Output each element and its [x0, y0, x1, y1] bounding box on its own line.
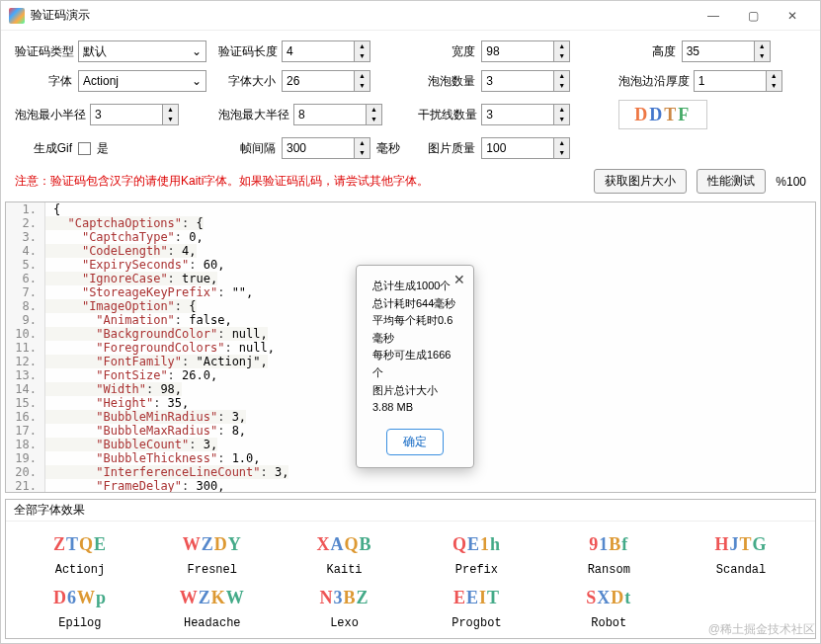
font-name-label: Prefix — [415, 563, 539, 577]
font-sample: 91Bf — [546, 529, 671, 559]
font-sample: XAQB — [283, 529, 407, 559]
label-font: 字体 — [15, 73, 72, 90]
code-line: 21. "FrameDelay": 300, — [6, 479, 815, 493]
label-code-length: 验证码长度 — [218, 43, 276, 60]
dialog-message: 总计生成1000个总计耗时644毫秒平均每个耗时0.6毫秒每秒可生成1666个图… — [372, 278, 457, 417]
label-ms: 毫秒 — [376, 140, 400, 157]
captcha-preview: DDTF — [618, 100, 707, 129]
chevron-down-icon: ⌄ — [192, 74, 202, 88]
font-sample: D6Wp — [18, 583, 142, 612]
warning-text: 注意：验证码包含汉字的请使用Kaiti字体。如果验证码乱码，请尝试其他字体。 — [15, 173, 584, 190]
font-cell[interactable]: WZDYFresnel — [150, 529, 275, 577]
bubble-thickness-spin[interactable]: 1▲▼ — [694, 70, 782, 92]
label-width: 宽度 — [418, 43, 475, 60]
font-cell[interactable]: N3BZLexo — [283, 583, 407, 630]
font-sample: SXDt — [546, 583, 671, 612]
label-quality: 图片质量 — [418, 140, 475, 157]
label-yes: 是 — [97, 140, 109, 157]
close-icon[interactable]: ✕ — [773, 2, 812, 30]
font-cell[interactable]: HJTGScandal — [679, 529, 803, 577]
font-sample: N3BZ — [283, 583, 407, 612]
result-dialog: ✕ 总计生成1000个总计耗时644毫秒平均每个耗时0.6毫秒每秒可生成1666… — [356, 265, 474, 468]
gif-checkbox[interactable] — [78, 142, 91, 155]
font-sample: HJTG — [679, 529, 803, 559]
chevron-down-icon: ⌄ — [192, 44, 202, 58]
font-cell[interactable]: WZKWHeadache — [150, 583, 275, 630]
label-height: 高度 — [618, 43, 676, 60]
label-bubble-max: 泡泡最大半径 — [218, 107, 287, 123]
font-name-label: Actionj — [18, 563, 142, 577]
code-line: 3. "CaptchaType": 0, — [6, 230, 815, 244]
font-sample: EEIT — [415, 583, 539, 612]
titlebar: 验证码演示 — ▢ ✕ — [1, 1, 820, 31]
font-name-label: Progbot — [415, 616, 539, 630]
font-name-label: Epilog — [18, 616, 142, 630]
bubble-max-spin[interactable]: 8▲▼ — [293, 104, 382, 125]
label-frame-delay: 帧间隔 — [218, 140, 276, 157]
code-line: 4. "CodeLength": 4, — [6, 244, 815, 258]
label-gif: 生成Gif — [15, 140, 72, 157]
fonts-block: 全部字体效果 ZTQEActionjWZDYFresnelXAQBKaitiQE… — [5, 499, 816, 639]
interfere-spin[interactable]: 3▲▼ — [481, 104, 570, 125]
label-captcha-type: 验证码类型 — [15, 43, 72, 60]
perf-test-button[interactable]: 性能测试 — [697, 169, 766, 194]
font-cell[interactable]: XAQBKaiti — [283, 529, 407, 577]
maximize-icon[interactable]: ▢ — [733, 2, 773, 30]
font-name-label: Robot — [546, 616, 671, 630]
font-name-label: Scandal — [679, 563, 803, 577]
font-name-label: Fresnel — [150, 563, 275, 577]
font-size-spin[interactable]: 26▲▼ — [282, 70, 370, 92]
width-spin[interactable]: 98▲▼ — [481, 40, 570, 62]
minimize-icon[interactable]: — — [694, 2, 733, 30]
font-combo[interactable]: Actionj⌄ — [78, 70, 206, 92]
label-bubble-thickness: 泡泡边沿厚度 — [618, 73, 688, 90]
font-sample: ZTQE — [18, 529, 142, 559]
font-name-label: Headache — [150, 616, 275, 630]
window-title: 验证码演示 — [31, 7, 694, 24]
bubble-min-spin[interactable]: 3▲▼ — [90, 104, 179, 125]
label-bubble-count: 泡泡数量 — [418, 73, 475, 90]
font-name-label: Ransom — [546, 563, 671, 577]
form-area: 验证码类型 默认⌄ 验证码长度 4▲▼ 宽度 98▲▼ 高度 35▲▼ 字体 A… — [1, 31, 820, 165]
fonts-title: 全部字体效果 — [6, 500, 815, 522]
label-interfere: 干扰线数量 — [418, 107, 475, 123]
label-bubble-min: 泡泡最小半径 — [15, 107, 84, 123]
font-sample: WZKW — [150, 583, 275, 612]
captcha-type-combo[interactable]: 默认⌄ — [78, 40, 206, 62]
pct-label: %100 — [776, 175, 806, 189]
font-cell[interactable]: EEITProgbot — [415, 583, 539, 630]
font-name-label: Kaiti — [283, 563, 407, 577]
frame-delay-spin[interactable]: 300▲▼ — [282, 137, 370, 159]
font-sample: WZDY — [150, 529, 275, 559]
dialog-ok-button[interactable]: 确定 — [386, 429, 444, 455]
code-line: 2. "CaptchaOptions": { — [6, 216, 815, 230]
code-length-spin[interactable]: 4▲▼ — [282, 40, 370, 62]
fonts-grid: ZTQEActionjWZDYFresnelXAQBKaitiQE1hPrefi… — [6, 522, 815, 638]
font-cell[interactable]: QE1hPrefix — [415, 529, 539, 577]
warning-row: 注意：验证码包含汉字的请使用Kaiti字体。如果验证码乱码，请尝试其他字体。 获… — [1, 165, 820, 201]
font-sample: QE1h — [415, 529, 539, 559]
bubble-count-spin[interactable]: 3▲▼ — [481, 70, 570, 92]
label-font-size: 字体大小 — [218, 73, 276, 90]
font-cell[interactable]: SXDtRobot — [546, 583, 671, 630]
font-cell[interactable]: ZTQEActionj — [18, 529, 142, 577]
watermark: @稀土掘金技术社区 — [708, 621, 815, 638]
get-size-button[interactable]: 获取图片大小 — [594, 169, 687, 194]
code-line: 1.{ — [6, 202, 815, 216]
font-cell[interactable]: D6WpEpilog — [18, 583, 142, 630]
quality-spin[interactable]: 100▲▼ — [481, 137, 570, 159]
height-spin[interactable]: 35▲▼ — [682, 40, 771, 62]
dialog-close-icon[interactable]: ✕ — [453, 272, 465, 287]
font-cell[interactable]: 91BfRansom — [546, 529, 671, 577]
app-icon — [9, 8, 25, 24]
font-name-label: Lexo — [283, 616, 407, 630]
